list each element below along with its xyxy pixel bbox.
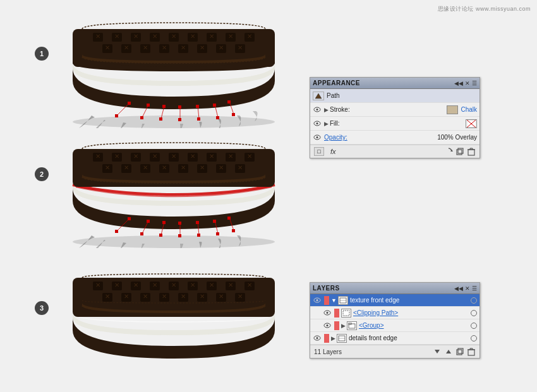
layer4-circle[interactable]: [471, 335, 477, 342]
layers-move-down-icon[interactable]: [433, 347, 442, 356]
eye-icon-layer2[interactable]: [323, 309, 332, 318]
svg-rect-159: [457, 150, 462, 155]
appearance-menu-btn[interactable]: ☰: [472, 80, 477, 86]
layers-move-up-icon[interactable]: [444, 347, 453, 356]
svg-rect-53: [178, 105, 181, 109]
svg-text:✕: ✕: [219, 44, 224, 51]
svg-rect-54: [196, 105, 199, 108]
svg-text:✕: ✕: [114, 153, 119, 160]
svg-rect-43: [115, 114, 118, 117]
svg-text:✕: ✕: [181, 164, 186, 171]
fill-thumbnail[interactable]: [466, 119, 477, 128]
svg-rect-161: [468, 150, 474, 155]
layers-new-icon[interactable]: [456, 347, 464, 356]
svg-text:✕: ✕: [228, 33, 233, 40]
svg-rect-49: [232, 113, 235, 116]
step-1-circle: 1: [35, 47, 49, 61]
layers-title: LAYERS: [313, 285, 340, 292]
svg-text:✕: ✕: [143, 44, 148, 51]
oreo-cookie-1: ✕ ✕ ✕ ✕ ✕ ✕ ✕ ✕ ✕: [54, 18, 294, 129]
svg-point-57: [73, 235, 275, 248]
svg-text:✕: ✕: [152, 153, 157, 160]
svg-rect-47: [197, 117, 200, 121]
layer-row-clipping-path[interactable]: <Clipping Path>: [310, 307, 480, 319]
layer4-color-swatch: [324, 334, 329, 343]
layer3-expand[interactable]: ▶: [341, 323, 346, 329]
svg-text:✕: ✕: [171, 282, 176, 288]
svg-rect-107: [128, 217, 131, 220]
fx-btn[interactable]: fx: [330, 148, 336, 155]
appearance-stroke-row[interactable]: ▶ Stroke: Chalk: [310, 103, 480, 117]
layer3-circle[interactable]: [471, 323, 477, 329]
svg-text:✕: ✕: [200, 44, 205, 51]
svg-point-157: [317, 136, 318, 138]
layers-close-btn[interactable]: ✕: [465, 285, 470, 292]
layers-delete-icon[interactable]: [467, 347, 476, 356]
svg-text:✕: ✕: [181, 44, 186, 51]
rotate-icon[interactable]: [444, 147, 453, 156]
appearance-path-thumb: [313, 92, 324, 100]
appearance-controls: ◀◀ ✕ ☰: [454, 80, 477, 86]
layer-row-details-front-edge[interactable]: ▶ details front edge: [310, 332, 480, 345]
svg-text:✕: ✕: [200, 293, 205, 300]
svg-text:✕: ✕: [171, 33, 176, 40]
layer2-circle[interactable]: [471, 310, 477, 316]
stroke-value[interactable]: Chalk: [461, 106, 477, 113]
eye-icon-layer3[interactable]: [323, 321, 332, 330]
svg-point-0: [73, 116, 275, 128]
svg-text:✕: ✕: [162, 164, 167, 171]
svg-rect-103: [178, 234, 181, 237]
appearance-title: APPEARANCE: [313, 80, 360, 86]
svg-text:✕: ✕: [209, 282, 214, 288]
step-2-circle: 2: [35, 167, 49, 181]
layer2-icon: [341, 309, 351, 318]
svg-rect-100: [115, 230, 118, 233]
delete-icon[interactable]: [467, 147, 476, 156]
layers-footer-icons: [433, 347, 476, 356]
svg-text:✕: ✕: [171, 153, 176, 160]
eye-icon-stroke[interactable]: [313, 105, 322, 114]
svg-rect-182: [458, 348, 463, 353]
oreo-cookie-3: ✕✕✕ ✕✕✕ ✕✕✕ ✕✕✕ ✕✕✕ ✕✕: [54, 270, 294, 369]
layers-panel: LAYERS ◀◀ ✕ ☰ ▼ textu: [310, 282, 480, 359]
svg-text:✕: ✕: [228, 282, 233, 288]
layer-row-group[interactable]: ▶ <Group>: [310, 319, 480, 332]
stroke-arrow: ▶: [324, 107, 329, 113]
layer-row-texture-front-edge[interactable]: ▼ texture front edge: [310, 294, 480, 307]
svg-text:✕: ✕: [219, 164, 224, 171]
svg-text:✕: ✕: [209, 33, 214, 40]
svg-point-167: [317, 299, 318, 301]
appearance-body: Path ▶ Stroke: Chalk ▶: [310, 89, 480, 145]
duplicate-icon[interactable]: [456, 147, 464, 156]
stroke-thumbnail[interactable]: [447, 105, 458, 114]
appearance-opacity-row[interactable]: Opacity: 100% Overlay: [310, 131, 480, 145]
svg-text:✕: ✕: [105, 293, 110, 300]
add-appearance-btn[interactable]: □: [314, 147, 324, 156]
appearance-collapse-btn[interactable]: ◀◀: [454, 80, 463, 86]
layer1-expand[interactable]: ▼: [331, 297, 337, 304]
layers-menu-btn[interactable]: ☰: [472, 285, 477, 292]
svg-rect-110: [178, 222, 181, 225]
fill-arrow: ▶: [324, 121, 329, 127]
eye-icon-fill[interactable]: [313, 119, 322, 128]
eye-icon-opacity[interactable]: [313, 133, 322, 142]
layers-body: ▼ texture front edge: [310, 294, 480, 345]
appearance-fill-row[interactable]: ▶ Fill:: [310, 117, 480, 131]
eye-icon-layer4[interactable]: [313, 334, 322, 343]
svg-point-150: [317, 109, 318, 110]
svg-rect-48: [216, 116, 219, 119]
appearance-path-row: Path: [310, 89, 480, 103]
svg-text:✕: ✕: [247, 282, 252, 288]
svg-rect-50: [128, 102, 131, 105]
layers-footer: 11 Layers: [310, 345, 480, 358]
svg-rect-101: [140, 232, 143, 235]
svg-text:✕: ✕: [143, 164, 148, 171]
layer4-expand[interactable]: ▶: [331, 335, 335, 342]
eye-icon-layer1[interactable]: [313, 296, 322, 305]
svg-rect-183: [468, 350, 474, 355]
svg-text:✕: ✕: [95, 153, 100, 160]
layers-collapse-btn[interactable]: ◀◀: [454, 285, 463, 292]
opacity-label[interactable]: Opacity:: [324, 134, 435, 141]
appearance-close-btn[interactable]: ✕: [465, 80, 470, 86]
layer1-circle[interactable]: [471, 297, 477, 304]
